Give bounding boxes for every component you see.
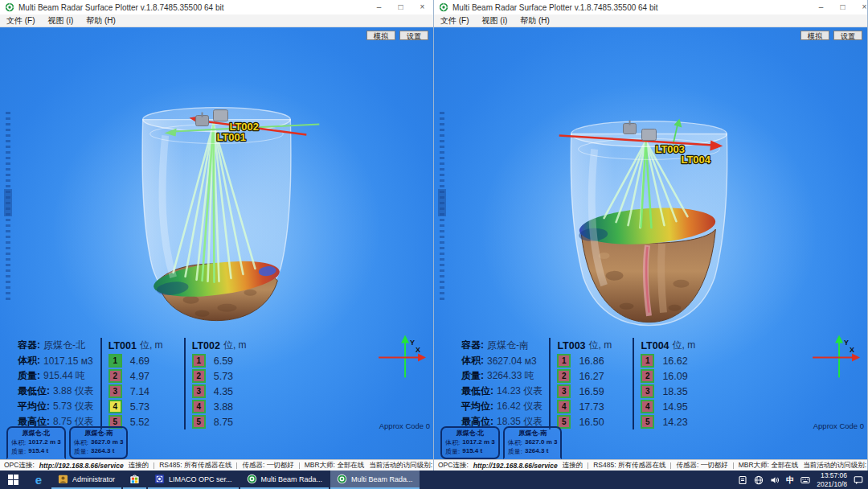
simulate-button[interactable]: 模拟: [366, 31, 395, 40]
beam-status-badge: 1: [641, 354, 654, 368]
tank-tab-north[interactable]: 原煤仓-北 体积:1017.2 m 3 质量:915.4 t: [440, 426, 500, 459]
opc-label: OPC连接:: [4, 461, 35, 471]
menu-help[interactable]: 帮助 (H): [86, 15, 116, 27]
opc-state: 连接的: [563, 461, 583, 471]
settings-button[interactable]: 设置: [833, 31, 862, 40]
mass-label: 质量:: [18, 369, 40, 383]
beam-level-value: 4.97: [130, 371, 149, 382]
volume-value: 1017.15 м3: [43, 355, 93, 367]
volume-label: 体积:: [461, 354, 484, 368]
tray-app-icon[interactable]: [738, 475, 747, 485]
access-level-label: 当前活动的访问级别:: [803, 461, 866, 469]
3d-viewport[interactable]: 模拟 设置: [434, 27, 867, 459]
network-globe-icon[interactable]: [754, 475, 764, 485]
taskbar-button-label: Multi Beam Rada...: [351, 475, 413, 483]
taskbar-clock[interactable]: 13:57:06 2021/10/8: [817, 471, 847, 488]
taskbar-button-label: LIMACO OPC ser...: [169, 475, 232, 483]
container-info-column: 容器:原煤仓-北 体积:1017.15 м3 质量:915.44 吨 最低位:3…: [18, 338, 94, 429]
edge-browser-button[interactable]: e: [26, 471, 51, 489]
taskbar-administrator-button[interactable]: Administrator: [51, 471, 121, 489]
beam-level-value: 18.35: [662, 386, 687, 397]
start-button[interactable]: [0, 471, 26, 489]
mass-label: 质量:: [461, 369, 484, 383]
beam-status-badge: 4: [108, 400, 122, 413]
minimize-button[interactable]: –: [368, 0, 390, 14]
clock-date: 2021/10/8: [817, 480, 847, 489]
sensor-column-header: LT001: [108, 340, 137, 351]
title-bar[interactable]: Multi Beam Radar Surface Plotter v.1.8.7…: [0, 0, 433, 14]
beam-status-badge: 2: [641, 369, 654, 383]
axis-x-label: X: [850, 347, 854, 355]
beam-status-badge: 5: [192, 415, 206, 429]
beam-level-value: 16.09: [662, 371, 687, 382]
ime-indicator[interactable]: 中: [786, 475, 794, 486]
volume-label: 体积:: [18, 354, 40, 368]
beam-level-value: 8.75: [214, 417, 233, 428]
app-icon: [5, 2, 14, 12]
mbr-plotter-icon: [337, 474, 347, 484]
beam-status-badge: 1: [557, 354, 571, 368]
beam-status-badge: 2: [557, 369, 571, 383]
tank-tab-north[interactable]: 原煤仓-北 体积:1017.2 m 3 质量:915.4 t: [6, 426, 66, 459]
simulate-button[interactable]: 模拟: [800, 31, 829, 40]
beam-status-badge: 1: [108, 354, 122, 368]
touch-keyboard-icon[interactable]: [800, 475, 810, 485]
sensor-column-header: LT003: [557, 340, 585, 351]
beam-status-badge: 5: [641, 415, 654, 429]
beam-level-value: 16.62: [662, 355, 687, 367]
tank-tab-south[interactable]: 原煤仓-南 体积:3627.0 m 3 质量:3264.3 t: [69, 426, 129, 459]
avg-level-label: 平均位:: [18, 400, 50, 413]
taskbar-mbr-plotter-button-1[interactable]: Multi Beam Rada...: [240, 471, 330, 489]
beam-level-value: 7.14: [130, 386, 149, 397]
tank-tab-south[interactable]: 原煤仓-南 体积:3627.0 m 3 质量:3264.3 t: [503, 426, 563, 459]
beam-status-badge: 1: [192, 354, 206, 368]
sensor-label-lt004[interactable]: LT004: [681, 154, 710, 166]
taskbar-mbr-plotter-button-2[interactable]: Multi Beam Rada...: [330, 471, 420, 489]
beam-level-value: 16.86: [579, 355, 604, 367]
sensor-column-lt002: LT002位, m 16.59 25.73 34.35 43.88 58.75: [192, 338, 261, 429]
tank-tabs: 原煤仓-北 体积:1017.2 m 3 质量:915.4 t 原煤仓-南 体积:…: [440, 426, 562, 459]
taskbar-limaco-button[interactable]: LIMACO OPC ser...: [148, 471, 239, 489]
menu-file[interactable]: 文件 (F): [440, 15, 469, 27]
sensor-label-lt002[interactable]: LT002: [229, 121, 259, 133]
approx-code-label: Approx Code 0: [379, 421, 430, 430]
sensor-label-lt001[interactable]: LT001: [217, 131, 247, 143]
tank-tab-title: 原煤仓-南: [508, 429, 558, 438]
sensor-column-lt004: LT004位, m 116.62 216.09 318.35 414.95 51…: [641, 338, 710, 429]
axis-y-label: Y: [410, 339, 415, 347]
system-tray: 中 13:57:06 2021/10/8: [738, 471, 868, 489]
sensor-column-lt003: LT003位, m 116.86 216.27 316.59 417.73 51…: [557, 338, 626, 429]
column-divider: [633, 338, 634, 429]
title-bar[interactable]: Multi Beam Radar Surface Plotter v.1.8.7…: [434, 0, 867, 14]
menu-help[interactable]: 帮助 (H): [520, 15, 550, 27]
close-button[interactable]: ×: [854, 0, 868, 14]
beam-status-badge: 3: [641, 384, 654, 398]
minimize-button[interactable]: –: [810, 0, 832, 14]
close-button[interactable]: ×: [411, 0, 433, 14]
menu-file[interactable]: 文件 (F): [6, 15, 35, 27]
beam-level-value: 14.23: [662, 417, 687, 428]
menu-view[interactable]: 视图 (i): [482, 15, 508, 27]
3d-viewport[interactable]: 模拟 设置: [0, 27, 433, 459]
container-label: 容器:: [461, 339, 484, 352]
axis-y-label: Y: [844, 339, 849, 347]
maximize-button[interactable]: □: [832, 0, 854, 14]
menu-bar: 文件 (F) 视图 (i) 帮助 (H): [0, 14, 433, 27]
min-level-label: 最低位:: [18, 384, 50, 398]
action-center-icon[interactable]: [854, 475, 863, 485]
measurement-table: 容器:原煤仓-北 体积:1017.15 м3 质量:915.44 吨 最低位:3…: [18, 338, 261, 429]
plotter-window-north: Multi Beam Radar Surface Plotter v.1.8.7…: [0, 0, 434, 471]
menu-bar: 文件 (F) 视图 (i) 帮助 (H): [434, 14, 867, 27]
mbr-status: MBR大师: 全部在线: [305, 461, 365, 471]
container-value: 原煤仓-北: [43, 339, 85, 352]
sensor-column-header: LT002: [192, 340, 220, 351]
menu-view[interactable]: 视图 (i): [48, 15, 74, 27]
settings-button[interactable]: 设置: [399, 31, 428, 40]
volume-icon[interactable]: [770, 475, 780, 485]
container-value: 原煤仓-南: [487, 339, 529, 352]
app-icon: [439, 2, 448, 12]
taskbar-button-label: Administrator: [72, 475, 115, 483]
status-bar: OPC连接: http://192.168.8.66/service 连接的 R…: [434, 459, 867, 471]
maximize-button[interactable]: □: [390, 0, 411, 14]
taskbar-store-button[interactable]: [123, 471, 146, 489]
